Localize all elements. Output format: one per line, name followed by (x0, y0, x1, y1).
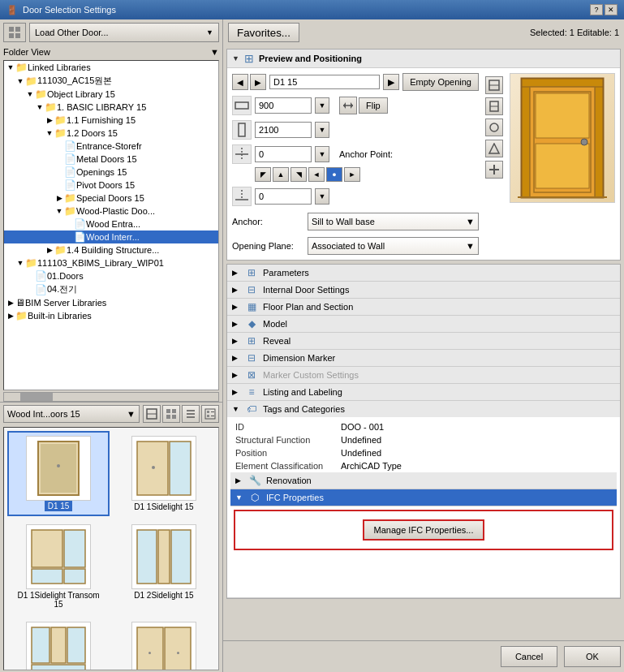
thumbnail-d1-15[interactable]: D1 15 (7, 431, 110, 516)
tags-row-element: Element Classification ArchiCAD Type (230, 459, 617, 472)
tree-item-woodentr[interactable]: 📄 Wood Entra... (4, 218, 218, 230)
svg-rect-26 (64, 530, 85, 567)
width-input[interactable] (255, 97, 312, 114)
svg-rect-32 (51, 627, 66, 663)
anchor-select[interactable]: Sill to Wall base ▼ (308, 213, 479, 230)
flip-button[interactable]: Flip (359, 97, 388, 114)
tree-item-jeon[interactable]: 📄 04.전기 (4, 282, 218, 296)
height-row: ▼ (232, 120, 479, 140)
accordion-model-header[interactable]: ▶ ◆ Model (227, 316, 620, 332)
accordion-floor-plan-header[interactable]: ▶ ▦ Floor Plan and Section (227, 299, 620, 315)
ifc-row[interactable]: ▼ ⬡ IFC Properties (230, 489, 617, 506)
ok-button[interactable]: OK (564, 646, 621, 667)
svg-rect-19 (41, 444, 76, 493)
dropdown-arrow-icon: ▼ (206, 28, 213, 37)
opening-plane-select[interactable]: Associated to Wall ▼ (308, 237, 479, 255)
tree-item-openings[interactable]: 📄 Openings 15 (4, 166, 218, 179)
side-icon-btn-5[interactable] (485, 161, 503, 179)
anchor-btn-3[interactable]: ◥ (290, 167, 307, 182)
side-icon-btn-1[interactable] (485, 76, 503, 94)
side-icon-btn-2[interactable] (485, 97, 503, 115)
tags-field-element-value: ArchiCAD Type (336, 459, 583, 472)
listing-icon: ≡ (245, 386, 258, 398)
library-tree[interactable]: ▼ 📁 Linked Libraries ▼ 📁 111030_AC15원본 ▼… (3, 60, 219, 390)
side-icon-btn-4[interactable] (485, 140, 503, 157)
tree-item-entrance[interactable]: 📄 Entrance-Storefr (4, 140, 218, 153)
tree-item-bldg15[interactable]: ▶ 📁 1.4 Building Structure... (4, 243, 218, 256)
svg-rect-37 (148, 652, 151, 654)
tree-item-bimserver[interactable]: ▶ 🖥 BIM Server Libraries (4, 296, 218, 309)
internal-door-label: Internal Door Settings (263, 285, 349, 295)
help-button[interactable]: ? (590, 4, 603, 15)
thumbnail-d1-1sidelight[interactable]: D1 1Sidelight 15 (113, 431, 215, 516)
tree-item-obj15[interactable]: ▼ 📁 Object Library 15 (4, 88, 218, 101)
play-button[interactable]: ▶ (383, 74, 399, 90)
height-arrow-button[interactable]: ▼ (315, 122, 329, 138)
accordion-dimension-header[interactable]: ▶ ⊟ Dimension Marker (227, 350, 620, 366)
tree-item-111103[interactable]: ▼ 📁 111103_KBIMS_Library_WIP01 (4, 256, 218, 269)
offset1-arrow-button[interactable]: ▼ (315, 146, 329, 162)
tags-row-structural: Structural Function Undefined (230, 433, 617, 446)
tree-scrollbar-h[interactable] (3, 392, 219, 402)
accordion-reveal-header[interactable]: ▶ ⊞ Reveal (227, 333, 620, 349)
tags-row-position: Position Undefined (230, 446, 617, 459)
tree-item-basic15[interactable]: ▼ 📁 1. BASIC LIBRARY 15 (4, 101, 218, 114)
accordion-parameters-header[interactable]: ▶ ⊞ Parameters (227, 265, 620, 281)
side-icon-btn-3[interactable] (485, 118, 503, 136)
offset2-arrow-button[interactable]: ▼ (315, 188, 329, 205)
preview-dropdown[interactable]: Wood Int...oors 15 ▼ (3, 405, 140, 423)
preview-icon-btn-1[interactable] (143, 405, 161, 423)
tags-field-structural-label: Structural Function (230, 433, 336, 446)
preview-icon-btn-4[interactable] (201, 405, 219, 423)
anchor-btn-6[interactable]: ► (344, 167, 360, 182)
width-icon (232, 96, 252, 115)
svg-rect-6 (166, 409, 170, 413)
accordion-marker-custom-header[interactable]: ▶ ⊠ Marker Custom Settings (227, 367, 620, 383)
preview-icon-btn-3[interactable] (182, 405, 200, 423)
flip-icon-btn[interactable] (339, 97, 357, 114)
tree-item-woodinterr[interactable]: 📄 Wood Interr... (4, 230, 218, 243)
tree-item-linked[interactable]: ▼ 📁 Linked Libraries (4, 61, 218, 74)
anchor-btn-1[interactable]: ◤ (255, 167, 271, 182)
tree-item-metal[interactable]: 📄 Metal Doors 15 (4, 153, 218, 166)
acc-toggle-listing-icon: ▶ (232, 388, 240, 396)
tree-item-builtin[interactable]: ▶ 📁 Built-in Libraries (4, 309, 218, 322)
load-other-door-button[interactable]: Load Other Door... ▼ (29, 23, 219, 42)
thumbnail-d1-1sidelight-transom[interactable]: D1 1Sidelight Transom 15 (7, 519, 110, 614)
thumbnail-d1-2sidelight[interactable]: D1 2Sidelight 15 (113, 519, 215, 614)
tree-item-pivot[interactable]: 📄 Pivot Doors 15 (4, 179, 218, 192)
grid-view-button[interactable] (3, 23, 26, 42)
cancel-button[interactable]: Cancel (501, 646, 557, 667)
tree-item-doors15[interactable]: ▼ 📁 1.2 Doors 15 (4, 127, 218, 140)
accordion-tags-header[interactable]: ▼ 🏷 Tags and Categories (227, 401, 620, 417)
tree-item-furn15[interactable]: ▶ 📁 1.1 Furnishing 15 (4, 114, 218, 127)
tree-item-doors2[interactable]: 📄 01.Doors (4, 269, 218, 282)
preview-icon-btn-2[interactable] (162, 405, 180, 423)
width-arrow-button[interactable]: ▼ (315, 97, 329, 114)
acc-toggle-dimension-icon: ▶ (232, 354, 240, 362)
accordion-internal-door-header[interactable]: ▶ ⊟ Internal Door Settings (227, 282, 620, 298)
svg-rect-23 (152, 466, 155, 469)
anchor-btn-4[interactable]: ◄ (308, 167, 325, 182)
offset2-input[interactable] (255, 188, 312, 205)
close-button[interactable]: ✕ (605, 4, 618, 15)
empty-opening-button[interactable]: Empty Opening (402, 73, 479, 91)
svg-rect-3 (15, 33, 20, 38)
anchor-btn-5[interactable]: ● (326, 167, 342, 182)
preview-positioning-header[interactable]: ▼ ⊞ Preview and Positioning (227, 50, 620, 68)
thumbnail-d1-double-acting[interactable]: D1 Double Acting 15 (113, 617, 215, 670)
thumbnail-d1-2sidelight-transom[interactable]: D1 2Sidelight Transom 15 (7, 617, 110, 670)
tree-item-111030[interactable]: ▼ 📁 111030_AC15원본 (4, 74, 218, 88)
svg-rect-36 (165, 627, 191, 670)
tree-item-special[interactable]: ▶ 📁 Special Doors 15 (4, 192, 218, 205)
accordion-listing-header[interactable]: ▶ ≡ Listing and Labeling (227, 384, 620, 400)
manage-ifc-button[interactable]: Manage IFC Properties... (363, 519, 485, 541)
next-button[interactable]: ▶ (250, 74, 266, 90)
renovation-row[interactable]: ▶ 🔧 Renovation (230, 472, 617, 489)
favorites-button[interactable]: Favorites... (228, 23, 299, 42)
anchor-btn-2[interactable]: ▲ (273, 167, 289, 182)
height-input[interactable] (255, 122, 312, 138)
tree-item-woodplastic[interactable]: ▼ 📁 Wood-Plastic Doo... (4, 205, 218, 218)
prev-button[interactable]: ◀ (232, 74, 248, 90)
offset1-input[interactable] (255, 146, 312, 162)
